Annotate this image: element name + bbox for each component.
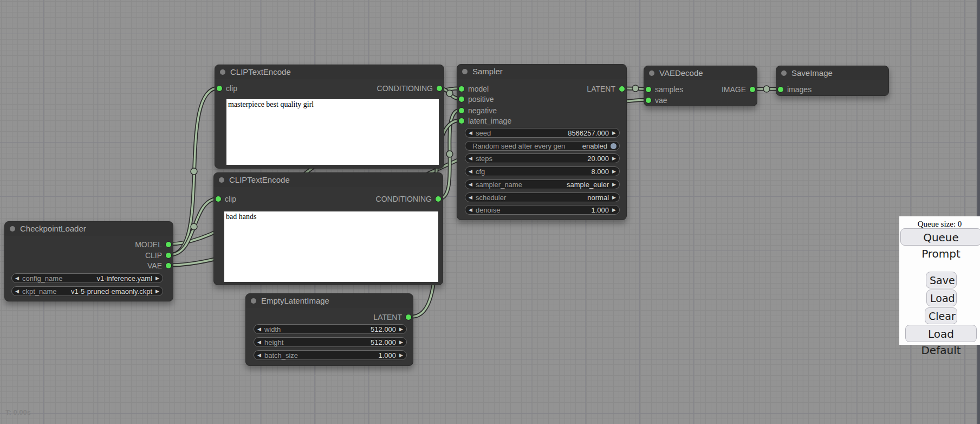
node-collapse-dot-icon[interactable] (219, 177, 224, 183)
node-title-clip-text-encode-negative[interactable]: CLIPTextEncode (214, 173, 443, 187)
left-arrow-icon[interactable]: ◀ (254, 350, 264, 360)
widget-label: cfg (476, 168, 485, 176)
node-title-label: SaveImage (791, 68, 833, 78)
combo-widget-ckpt_name[interactable]: ◀ckpt_namev1-5-pruned-emaonly.ckpt▶ (11, 286, 163, 296)
node-vae-decode[interactable]: VAEDecodesamplesvaeIMAGE (644, 66, 757, 106)
left-arrow-icon[interactable]: ◀ (465, 192, 476, 202)
input-slot-dot[interactable] (646, 98, 651, 103)
right-arrow-icon[interactable]: ▶ (609, 192, 619, 202)
output-slot-dot[interactable] (406, 314, 411, 320)
load-button[interactable]: Load (926, 290, 957, 306)
left-arrow-icon[interactable]: ◀ (254, 337, 264, 347)
right-arrow-icon[interactable]: ▶ (609, 166, 619, 176)
combo-widget-sampler_name[interactable]: ◀sampler_namesample_euler▶ (465, 179, 620, 189)
right-arrow-icon[interactable]: ▶ (609, 153, 619, 163)
output-slot-CLIP: CLIP (5, 250, 173, 260)
node-empty-latent-image[interactable]: EmptyLatentImageLATENT◀width512.000▶◀hei… (245, 293, 413, 366)
node-save-image[interactable]: SaveImageimages (776, 66, 889, 96)
node-collapse-dot-icon[interactable] (781, 70, 787, 76)
input-slot-dot[interactable] (459, 108, 464, 113)
combo-widget-seed[interactable]: ◀seed8566257.000▶ (465, 128, 620, 138)
prompt-textarea[interactable]: masterpiece best quality girl (226, 99, 439, 165)
node-title-label: VAEDecode (659, 68, 703, 78)
right-arrow-icon[interactable]: ▶ (152, 286, 163, 296)
right-arrow-icon[interactable]: ▶ (396, 337, 406, 347)
input-slot-dot[interactable] (459, 97, 464, 102)
left-arrow-icon[interactable]: ◀ (465, 179, 476, 189)
input-slot-images: images (776, 85, 888, 94)
output-slot-dot[interactable] (750, 87, 755, 92)
output-slot-label: CONDITIONING (376, 195, 432, 203)
right-arrow-icon[interactable]: ▶ (609, 205, 619, 215)
node-title-sampler[interactable]: Sampler (457, 65, 626, 79)
vertical-scrollbar[interactable] (977, 0, 980, 424)
widget-value: 1.000 (592, 206, 609, 214)
node-clip-text-encode-negative[interactable]: CLIPTextEncodeclipCONDITIONINGbad hands (213, 172, 443, 285)
left-arrow-icon[interactable]: ◀ (465, 153, 476, 163)
save-button[interactable]: Save (926, 272, 957, 288)
left-arrow-icon[interactable]: ◀ (254, 324, 264, 334)
node-collapse-dot-icon[interactable] (10, 226, 15, 232)
node-collapse-dot-icon[interactable] (649, 70, 654, 76)
node-sampler[interactable]: Samplermodelpositivenegativelatent_image… (457, 64, 627, 220)
link-midpoint-dot-clip-to-negative-encode[interactable] (191, 223, 197, 230)
node-collapse-dot-icon[interactable] (220, 69, 225, 75)
output-slot-dot[interactable] (436, 196, 441, 202)
output-slot-dot[interactable] (166, 242, 171, 247)
combo-widget-width[interactable]: ◀width512.000▶ (254, 324, 407, 334)
widget-label: batch_size (264, 351, 298, 359)
link-midpoint-dot-negative-conditioning[interactable] (446, 151, 453, 157)
right-arrow-icon[interactable]: ▶ (609, 179, 619, 189)
right-arrow-icon[interactable]: ▶ (609, 128, 619, 138)
output-slot-MODEL: MODEL (5, 240, 173, 249)
link-midpoint-dot-latent-to-decode[interactable] (632, 85, 639, 92)
toggle-widget-random-seed-after-every-gen[interactable]: Random seed after every genenabled (465, 141, 620, 151)
output-slot-dot[interactable] (166, 263, 171, 268)
left-arrow-icon[interactable]: ◀ (12, 286, 22, 296)
left-arrow-icon[interactable]: ◀ (465, 128, 476, 138)
combo-widget-batch_size[interactable]: ◀batch_size1.000▶ (254, 350, 407, 360)
node-title-checkpoint-loader[interactable]: CheckpointLoader (5, 222, 173, 236)
right-arrow-icon[interactable]: ▶ (396, 324, 406, 334)
node-collapse-dot-icon[interactable] (251, 298, 256, 304)
combo-widget-height[interactable]: ◀height512.000▶ (254, 337, 407, 347)
link-midpoint-dot-image-to-save[interactable] (763, 86, 770, 92)
left-arrow-icon[interactable]: ◀ (465, 205, 476, 215)
node-collapse-dot-icon[interactable] (462, 69, 468, 74)
widget-value: v1-inference.yaml (96, 274, 152, 282)
node-title-save-image[interactable]: SaveImage (776, 66, 888, 80)
input-slot-dot[interactable] (778, 87, 783, 92)
node-clip-text-encode-positive[interactable]: CLIPTextEncodeclipCONDITIONINGmasterpiec… (215, 65, 444, 169)
combo-widget-denoise[interactable]: ◀denoise1.000▶ (465, 205, 620, 215)
node-checkpoint-loader[interactable]: CheckpointLoaderMODELCLIPVAE◀config_name… (4, 221, 173, 301)
combo-widget-steps[interactable]: ◀steps20.000▶ (465, 153, 620, 163)
output-slot-IMAGE: IMAGE (644, 85, 757, 94)
right-arrow-icon[interactable]: ▶ (152, 273, 163, 283)
toggle-indicator-icon[interactable] (611, 143, 616, 149)
widget-value: 512.000 (371, 338, 396, 346)
left-arrow-icon[interactable]: ◀ (465, 166, 476, 176)
output-slot-dot[interactable] (166, 253, 171, 258)
node-title-vae-decode[interactable]: VAEDecode (644, 66, 757, 80)
prompt-textarea[interactable]: bad hands (224, 211, 438, 282)
input-slot-positive: positive (457, 94, 626, 104)
combo-widget-config_name[interactable]: ◀config_namev1-inference.yaml▶ (11, 273, 163, 283)
link-midpoint-dot-positive-conditioning[interactable] (446, 90, 453, 97)
input-slot-dot[interactable] (459, 118, 464, 124)
link-midpoint-dot-clip-to-positive-encode[interactable] (191, 168, 197, 175)
node-title-empty-latent-image[interactable]: EmptyLatentImage (246, 294, 413, 308)
node-title-label: EmptyLatentImage (261, 296, 329, 305)
left-arrow-icon[interactable]: ◀ (12, 273, 22, 283)
comfyui-graph-canvas[interactable]: { "colors": { "wire_outer": "#2d2d2d", "… (0, 0, 980, 424)
clear-button[interactable]: Clear (925, 307, 957, 324)
combo-widget-scheduler[interactable]: ◀schedulernormal▶ (465, 192, 620, 202)
queue-prompt-button[interactable]: Queue Prompt (900, 228, 980, 246)
output-slot-dot[interactable] (619, 86, 625, 92)
widget-label: steps (476, 155, 492, 163)
node-title-clip-text-encode-positive[interactable]: CLIPTextEncode (215, 65, 444, 79)
load-default-button[interactable]: Load Default (905, 325, 977, 342)
output-slot-dot[interactable] (437, 86, 442, 91)
combo-widget-cfg[interactable]: ◀cfg8.000▶ (465, 166, 620, 176)
node-title-label: CLIPTextEncode (230, 67, 291, 76)
right-arrow-icon[interactable]: ▶ (396, 350, 406, 360)
